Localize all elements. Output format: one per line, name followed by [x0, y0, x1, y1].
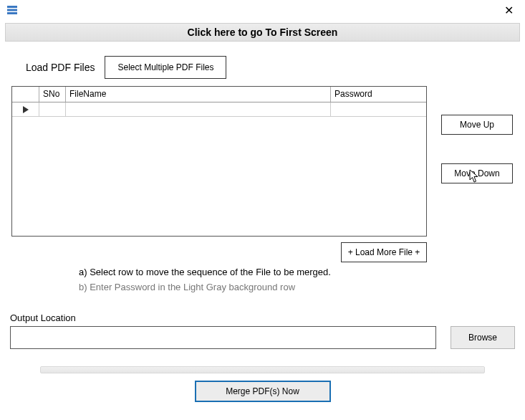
browse-button[interactable]: Browse — [451, 326, 515, 349]
col-header-password: Password — [331, 87, 424, 102]
svg-rect-1 — [7, 9, 17, 11]
progress-bar — [40, 366, 485, 373]
col-header-sno: SNo — [39, 87, 66, 102]
cell-password[interactable] — [331, 102, 424, 116]
select-multiple-files-button[interactable]: Select Multiple PDF Files — [105, 56, 226, 79]
app-icon — [6, 4, 19, 16]
svg-rect-0 — [7, 6, 17, 8]
move-down-button[interactable]: Move Down — [441, 163, 513, 183]
first-screen-banner[interactable]: Click here to go To First Screen — [5, 23, 520, 42]
load-pdf-label: Load PDF Files — [26, 62, 95, 73]
cell-filename[interactable] — [66, 102, 331, 116]
grid-header: SNo FileName Password — [12, 87, 426, 102]
output-location-label: Output Location — [10, 312, 525, 323]
svg-rect-2 — [7, 12, 17, 14]
merge-pdfs-button[interactable]: Merge PDF(s) Now — [195, 381, 331, 402]
instruction-a: a) Select row to move the sequence of th… — [79, 267, 525, 277]
grid-row[interactable] — [12, 102, 426, 117]
title-bar: ✕ — [0, 0, 525, 20]
cell-sno[interactable] — [39, 102, 66, 116]
output-location-input[interactable] — [10, 326, 436, 349]
load-more-file-button[interactable]: + Load More File + — [341, 242, 427, 262]
file-grid[interactable]: SNo FileName Password — [11, 86, 427, 237]
move-up-button[interactable]: Move Up — [441, 115, 513, 135]
col-header-filename: FileName — [66, 87, 331, 102]
grid-empty-area — [12, 117, 426, 236]
instruction-b: b) Enter Password in the Light Gray back… — [79, 282, 525, 292]
close-icon[interactable]: ✕ — [498, 1, 519, 20]
row-indicator-icon — [12, 102, 39, 116]
